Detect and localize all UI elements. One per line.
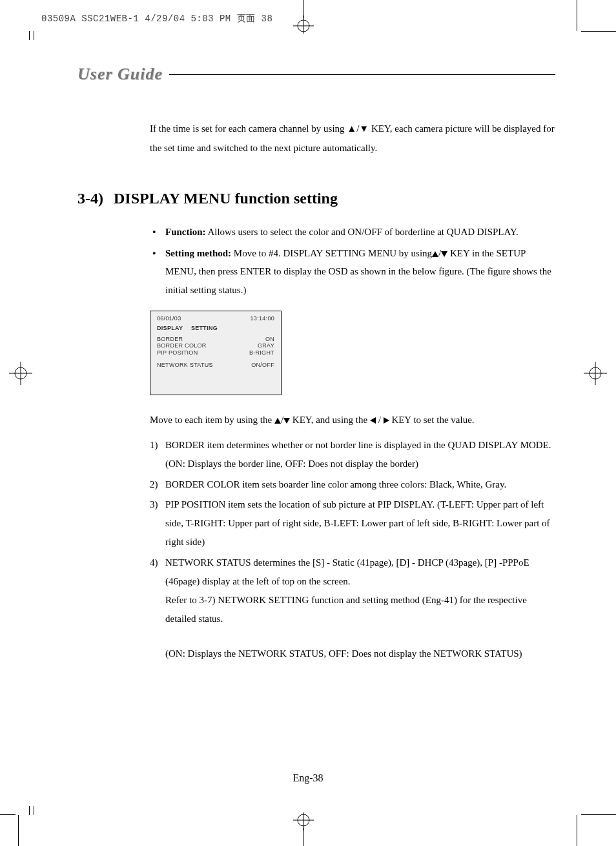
osd-value: GRAY	[258, 342, 274, 349]
intro-text: If the time is set for each camera chann…	[150, 123, 555, 153]
registration-mark-left	[9, 362, 32, 385]
svg-point-4	[298, 814, 309, 826]
osd-time: 13:14:00	[251, 315, 274, 322]
item-num: 4)	[150, 553, 158, 572]
page-footer: Eng-38	[0, 772, 616, 784]
bullet-setting-method: Setting method: Move to #4. DISPLAY SETT…	[150, 244, 555, 300]
trim-mark	[34, 31, 34, 40]
triangle-left-icon	[370, 417, 376, 424]
item-text-c: (ON: Displays the NETWORK STATUS, OFF: D…	[165, 645, 555, 663]
osd-value: B-RIGHT	[249, 349, 274, 356]
triangle-down-icon	[441, 251, 447, 257]
osd-screenshot: 06/01/03 13:14:00 DISPLAY SETTING BORDER…	[150, 311, 282, 395]
crop-mark-top	[284, 0, 323, 34]
section-heading: 3-4) DISPLAY MENU function setting	[77, 190, 555, 207]
osd-date: 06/01/03	[157, 315, 181, 322]
move-instruction: Move to each item by using the / KEY, an…	[150, 411, 555, 429]
svg-point-11	[590, 367, 601, 379]
osd-label: NETWORK STATUS	[157, 362, 213, 369]
registration-mark-right	[584, 362, 607, 385]
item-text-b: Refer to 3-7) NETWORK SETTING function a…	[165, 591, 555, 629]
item-text: NETWORK STATUS determines the [S] - Stat…	[165, 557, 529, 586]
osd-title-b: SETTING	[191, 325, 218, 331]
item-text: BORDER COLOR item sets boarder line colo…	[165, 479, 506, 490]
trim-mark	[581, 31, 616, 32]
svg-point-1	[298, 20, 309, 32]
osd-value: ON/OFF	[251, 362, 274, 369]
crop-mark-bottom	[284, 812, 323, 846]
list-item: 2)BORDER COLOR item sets boarder line co…	[150, 475, 555, 494]
section-title: DISPLAY MENU function setting	[114, 190, 338, 207]
item-num: 3)	[150, 495, 158, 514]
osd-value: ON	[265, 336, 274, 343]
page-header: User Guide	[77, 65, 555, 84]
triangle-up-icon	[274, 418, 281, 424]
trim-mark	[581, 814, 616, 815]
triangle-down-icon	[283, 418, 290, 424]
page-content: User Guide If the time is set for each c…	[77, 65, 555, 665]
bullet-list: Function: Allows users to select the col…	[150, 223, 555, 299]
osd-label: PIP POSITION	[157, 349, 198, 356]
list-item: 3)PIP POSITION item sets the location of…	[150, 495, 555, 552]
osd-row: BORDERON	[157, 336, 274, 343]
print-slug: 03509A SSC21WEB-1 4/29/04 5:03 PM 页面 38	[41, 13, 272, 25]
trim-mark	[577, 0, 577, 31]
text-function: Allows users to select the color and ON/…	[206, 227, 518, 237]
list-item: 4)NETWORK STATUS determines the [S] - St…	[150, 553, 555, 663]
svg-point-8	[15, 367, 26, 379]
section-number: 3-4)	[77, 190, 114, 207]
trim-mark	[18, 815, 19, 846]
item-text: PIP POSITION item sets the location of s…	[165, 499, 550, 548]
text-setting-method-a: Move to #4. DISPLAY SETTING MENU by usin…	[231, 248, 432, 258]
header-title: User Guide	[77, 65, 169, 84]
osd-label: BORDER	[157, 336, 183, 343]
bullet-function: Function: Allows users to select the col…	[150, 223, 555, 242]
item-text: BORDER item determines whether or not bo…	[165, 440, 551, 469]
numbered-list: 1)BORDER item determines whether or not …	[150, 436, 555, 663]
label-setting-method: Setting method:	[165, 248, 231, 258]
triangle-up-icon	[432, 251, 438, 257]
trim-mark	[29, 31, 30, 40]
move-a: Move to each item by using the	[150, 415, 274, 425]
item-num: 1)	[150, 436, 158, 455]
item-num: 2)	[150, 475, 158, 494]
triangle-right-icon	[384, 417, 389, 424]
move-c: KEY to set the value.	[391, 415, 474, 425]
osd-title-a: DISPLAY	[157, 325, 183, 331]
osd-row: PIP POSITIONB-RIGHT	[157, 349, 274, 356]
header-rule	[169, 74, 555, 75]
trim-mark	[577, 815, 577, 846]
list-item: 1)BORDER item determines whether or not …	[150, 436, 555, 474]
osd-label: BORDER COLOR	[157, 342, 207, 349]
intro-paragraph: If the time is set for each camera chann…	[150, 119, 555, 158]
trim-mark	[34, 806, 34, 815]
osd-row: NETWORK STATUSON/OFF	[157, 362, 274, 369]
label-function: Function:	[165, 227, 206, 237]
trim-mark	[29, 806, 30, 815]
osd-row: BORDER COLORGRAY	[157, 342, 274, 349]
move-b: KEY, and using the	[290, 415, 370, 425]
trim-mark	[0, 814, 15, 815]
